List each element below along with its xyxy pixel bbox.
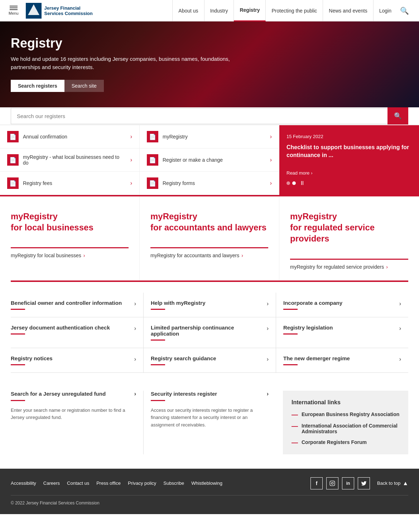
myregistry-card-link[interactable]: myRegistry for accountants and lawyers › bbox=[150, 247, 268, 258]
back-to-top-button[interactable]: Back to top ▲ bbox=[377, 480, 408, 487]
footer-link-whistleblowing[interactable]: Whistleblowing bbox=[191, 480, 222, 486]
topic-item-1[interactable]: Help with myRegistry › bbox=[143, 293, 276, 317]
doc-icon: 📄 bbox=[7, 131, 19, 142]
arrow-icon: › bbox=[267, 391, 269, 397]
nav-registry[interactable]: Registry bbox=[234, 0, 266, 21]
intl-link-0[interactable]: — European Business Registry Association bbox=[292, 411, 400, 418]
arrow-icon: › bbox=[130, 180, 132, 186]
social-twitter[interactable] bbox=[358, 477, 370, 489]
search-bar: 🔍 bbox=[0, 107, 419, 125]
footer-link-privacy[interactable]: Privacy policy bbox=[128, 480, 156, 486]
arrow-icon: › bbox=[83, 253, 85, 258]
arrow-icon: › bbox=[267, 301, 269, 307]
social-linkedin[interactable]: in bbox=[342, 477, 354, 489]
myregistry-card-link[interactable]: myRegistry for local businesses › bbox=[11, 247, 129, 258]
quick-link-myregistry-local[interactable]: 📄 myRegistry - what local businesses nee… bbox=[0, 148, 139, 172]
myregistry-card-link[interactable]: myRegistry for regulated service provide… bbox=[290, 259, 408, 270]
arrow-icon: › bbox=[399, 356, 401, 362]
search-submit-button[interactable]: 🔍 bbox=[387, 107, 408, 125]
quick-link-myregistry[interactable]: 📄 myRegistry › bbox=[140, 125, 279, 148]
topic-item-6[interactable]: Registry notices › bbox=[11, 348, 143, 373]
dash-icon: — bbox=[292, 411, 298, 418]
quick-link-annual[interactable]: 📄 Annual confirmation › bbox=[0, 125, 139, 148]
bottom-card-0: Search for a Jersey unregulated fund › E… bbox=[11, 391, 143, 454]
arrow-icon: › bbox=[267, 325, 269, 332]
nav-about[interactable]: About us bbox=[172, 0, 204, 21]
menu-button[interactable]: Menu bbox=[7, 4, 20, 17]
quick-link-label: myRegistry - what local businesses need … bbox=[23, 154, 126, 166]
topic-underline bbox=[11, 333, 25, 335]
footer-link-subscribe[interactable]: Subscribe bbox=[163, 480, 184, 486]
dash-icon: — bbox=[292, 439, 298, 446]
topic-title: Limited partnership continuance applicat… bbox=[151, 324, 264, 337]
nav-industry[interactable]: Industry bbox=[204, 0, 234, 21]
topic-item-0[interactable]: Beneficial owner and controller informat… bbox=[11, 293, 143, 317]
footer-link-press[interactable]: Press office bbox=[96, 480, 121, 486]
bottom-card-title-link[interactable]: Search for a Jersey unregulated fund › bbox=[11, 391, 136, 397]
myregistry-card-title: myRegistry for accountants and lawyers bbox=[150, 211, 268, 233]
menu-label: Menu bbox=[9, 11, 19, 15]
tab-registers[interactable]: Search registers bbox=[11, 80, 64, 92]
topic-content: Help with myRegistry bbox=[151, 300, 206, 310]
tab-site[interactable]: Search site bbox=[64, 80, 104, 92]
topic-item-2[interactable]: Incorporate a company › bbox=[276, 293, 408, 317]
news-read-more[interactable]: Read more › bbox=[286, 170, 412, 176]
arrow-icon: › bbox=[386, 264, 388, 270]
bottom-card-title-link[interactable]: Security interests register › bbox=[151, 391, 269, 397]
news-card: 15 February 2022 Checklist to support bu… bbox=[279, 125, 419, 195]
arrow-icon: › bbox=[267, 356, 269, 362]
topic-item-3[interactable]: Jersey document authentication check › bbox=[11, 317, 143, 348]
carousel-dot-active[interactable] bbox=[292, 181, 296, 185]
news-date: 15 February 2022 bbox=[286, 134, 412, 139]
bottom-card-description: Access our security interests register t… bbox=[151, 407, 269, 429]
bottom-section: Search for a Jersey unregulated fund › E… bbox=[0, 384, 419, 469]
social-instagram[interactable] bbox=[326, 477, 338, 489]
topic-content: Beneficial owner and controller informat… bbox=[11, 300, 122, 310]
arrow-icon: › bbox=[270, 157, 272, 163]
logo[interactable]: Jersey Financial Services Commission bbox=[26, 3, 93, 19]
topic-underline bbox=[11, 309, 25, 310]
arrow-icon: › bbox=[270, 180, 272, 186]
footer: Accessibility Careers Contact us Press o… bbox=[0, 469, 419, 514]
topic-title: Help with myRegistry bbox=[151, 300, 206, 306]
topic-underline bbox=[151, 340, 165, 341]
topic-title: Jersey document authentication check bbox=[11, 324, 110, 331]
quick-links-col-1: 📄 Annual confirmation › 📄 myRegistry - w… bbox=[0, 125, 140, 195]
topics-section: Beneficial owner and controller informat… bbox=[0, 282, 419, 384]
topic-item-8[interactable]: The new demerger regime › bbox=[276, 348, 408, 373]
nav-news[interactable]: News and events bbox=[323, 0, 373, 21]
footer-link-accessibility[interactable]: Accessibility bbox=[11, 480, 36, 486]
search-button[interactable]: 🔍 bbox=[397, 4, 412, 18]
topic-title: Registry notices bbox=[11, 355, 53, 361]
intl-link-1[interactable]: — International Association of Commercia… bbox=[292, 423, 400, 434]
pause-icon[interactable]: ⏸ bbox=[299, 180, 305, 186]
topic-content: Jersey document authentication check bbox=[11, 324, 110, 335]
topic-item-4[interactable]: Limited partnership continuance applicat… bbox=[143, 317, 276, 348]
quick-link-fees[interactable]: 📄 Registry fees › bbox=[0, 172, 139, 195]
up-arrow-icon: ▲ bbox=[403, 480, 408, 487]
footer-link-contact[interactable]: Contact us bbox=[67, 480, 89, 486]
nav-protecting[interactable]: Protecting the public bbox=[266, 0, 323, 21]
login-link[interactable]: Login bbox=[374, 8, 397, 14]
hamburger-line bbox=[10, 6, 18, 6]
topic-underline bbox=[283, 309, 298, 310]
bottom-card-1: Security interests register › Access our… bbox=[143, 391, 276, 454]
carousel-dot[interactable] bbox=[286, 181, 290, 185]
topic-item-7[interactable]: Registry search guidance › bbox=[143, 348, 276, 373]
topic-underline bbox=[151, 309, 165, 310]
international-links-box: International links — European Business … bbox=[283, 391, 408, 454]
card-underline bbox=[151, 400, 165, 401]
intl-link-2[interactable]: — Corporate Registers Forum bbox=[292, 439, 400, 446]
quick-links-section: 📄 Annual confirmation › 📄 myRegistry - w… bbox=[0, 125, 419, 195]
main-nav: About us Industry Registry Protecting th… bbox=[172, 0, 373, 21]
topic-item-5[interactable]: Registry legislation › bbox=[276, 317, 408, 348]
footer-link-careers[interactable]: Careers bbox=[43, 480, 60, 486]
myregistry-section: myRegistry for local businesses myRegist… bbox=[0, 195, 419, 280]
social-facebook[interactable]: f bbox=[310, 477, 323, 489]
hero: Registry We hold and update 16 registers… bbox=[0, 21, 419, 107]
quick-link-register[interactable]: 📄 Register or make a change › bbox=[140, 148, 279, 172]
myregistry-card-title: myRegistry for regulated service provide… bbox=[290, 211, 408, 244]
arrow-icon: › bbox=[399, 301, 401, 307]
search-input[interactable] bbox=[11, 108, 387, 124]
quick-link-forms[interactable]: 📄 Registry forms › bbox=[140, 172, 279, 195]
